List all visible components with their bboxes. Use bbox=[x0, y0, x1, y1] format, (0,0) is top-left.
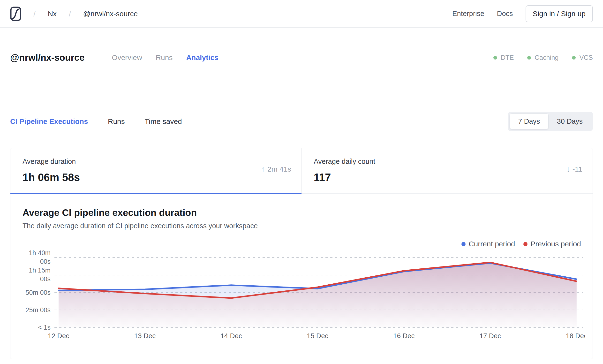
nav-link-enterprise[interactable]: Enterprise bbox=[452, 10, 484, 18]
y-tick-label: 1h 40m bbox=[29, 249, 51, 257]
analytics-tab-runs[interactable]: Runs bbox=[108, 117, 125, 126]
analytics-tab-ci-pipeline-executions[interactable]: CI Pipeline Executions bbox=[10, 117, 88, 126]
x-tick-label: 14 Dec bbox=[220, 332, 242, 340]
nav-actions: EnterpriseDocsSign in / Sign up bbox=[452, 5, 593, 22]
stat-label: Average daily count bbox=[314, 158, 593, 165]
stat-delta-value: -11 bbox=[572, 165, 582, 173]
x-tick-label: 16 Dec bbox=[393, 332, 415, 340]
vertical-divider bbox=[98, 51, 98, 65]
feature-label: DTE bbox=[501, 54, 514, 61]
chart-title: Average CI pipeline execution duration bbox=[23, 207, 585, 218]
legend-item-previous-period[interactable]: Previous period bbox=[523, 240, 581, 248]
breadcrumb-item-nrwl-nx-source[interactable]: @nrwl/nx-source bbox=[83, 10, 138, 18]
stat-label: Average duration bbox=[23, 158, 302, 165]
y-tick-label: 50m 00s bbox=[25, 289, 51, 296]
status-dot-icon bbox=[572, 56, 576, 59]
stat-delta-value: 2m 41s bbox=[267, 165, 291, 173]
stat-card-average-duration[interactable]: Average duration1h 06m 58s↑2m 41s bbox=[11, 148, 302, 194]
chart-subtitle: The daily average duration of CI pipelin… bbox=[23, 222, 585, 230]
analytics-tab-time-saved[interactable]: Time saved bbox=[145, 117, 182, 126]
feature-label: Caching bbox=[534, 54, 558, 61]
x-tick-label: 12 Dec bbox=[48, 332, 70, 340]
top-nav: /Nx/@nrwl/nx-source EnterpriseDocsSign i… bbox=[0, 0, 603, 28]
feature-badge-dte: DTE bbox=[493, 54, 514, 61]
legend-label: Current period bbox=[469, 240, 515, 248]
nx-cloud-logo[interactable] bbox=[10, 6, 21, 21]
nx-logo-icon bbox=[10, 6, 21, 21]
chart-legend: Current periodPrevious period bbox=[23, 240, 585, 248]
stat-value: 117 bbox=[314, 171, 593, 183]
x-tick-label: 18 Dec bbox=[566, 332, 585, 340]
range-toggle: 7 Days30 Days bbox=[508, 112, 593, 131]
legend-dot-icon bbox=[523, 242, 528, 246]
stat-card-average-daily-count[interactable]: Average daily count117↓-11 bbox=[302, 148, 593, 194]
breadcrumb-separator: / bbox=[33, 9, 35, 18]
toggle-option-7-days[interactable]: 7 Days bbox=[510, 114, 548, 129]
series-area-previous-period bbox=[58, 262, 577, 328]
up-arrow-icon: ↑ bbox=[261, 164, 265, 174]
breadcrumb: /Nx/@nrwl/nx-source bbox=[10, 6, 138, 21]
legend-item-current-period[interactable]: Current period bbox=[462, 240, 515, 248]
feature-badges: DTECachingVCS bbox=[493, 54, 593, 61]
x-tick-label: 17 Dec bbox=[480, 332, 501, 340]
legend-dot-icon bbox=[462, 242, 465, 246]
status-dot-icon bbox=[527, 56, 531, 59]
status-dot-icon bbox=[493, 56, 497, 59]
down-arrow-icon: ↓ bbox=[566, 164, 570, 174]
x-tick-label: 13 Dec bbox=[134, 332, 156, 340]
analytics-card: Average duration1h 06m 58s↑2m 41sAverage… bbox=[10, 148, 593, 359]
feature-badge-caching: Caching bbox=[527, 54, 558, 61]
workspace-tabs: OverviewRunsAnalytics bbox=[112, 54, 218, 62]
page-title: @nrwl/nx-source bbox=[10, 53, 84, 63]
active-indicator bbox=[302, 193, 593, 194]
chart-area: Average CI pipeline execution duration T… bbox=[11, 194, 592, 359]
analytics-tabs-row: CI Pipeline ExecutionsRunsTime saved 7 D… bbox=[10, 112, 593, 131]
y-tick-label: 25m 00s bbox=[25, 306, 51, 314]
workspace-header: @nrwl/nx-source OverviewRunsAnalytics DT… bbox=[10, 50, 593, 65]
breadcrumb-item-nx[interactable]: Nx bbox=[48, 10, 57, 18]
duration-chart: 1h 40m00s1h 15m00s50m 00s25m 00s< 1s12 D… bbox=[23, 249, 585, 344]
y-tick-label: 00s bbox=[40, 258, 51, 265]
feature-badge-vcs: VCS bbox=[572, 54, 593, 61]
y-tick-label: 1h 15m bbox=[29, 267, 51, 274]
feature-label: VCS bbox=[579, 54, 593, 61]
workspace-tab-overview[interactable]: Overview bbox=[112, 54, 142, 62]
nav-link-docs[interactable]: Docs bbox=[497, 10, 513, 18]
workspace-tab-analytics[interactable]: Analytics bbox=[186, 54, 218, 62]
y-tick-label: 00s bbox=[40, 275, 51, 283]
signin-button[interactable]: Sign in / Sign up bbox=[526, 5, 593, 22]
legend-label: Previous period bbox=[531, 240, 581, 248]
breadcrumb-separator: / bbox=[69, 9, 71, 18]
active-indicator bbox=[11, 193, 302, 194]
toggle-option-30-days[interactable]: 30 Days bbox=[549, 114, 591, 129]
stat-row: Average duration1h 06m 58s↑2m 41sAverage… bbox=[11, 148, 592, 194]
workspace-tab-runs[interactable]: Runs bbox=[156, 54, 173, 62]
stat-delta: ↓-11 bbox=[566, 164, 582, 174]
y-tick-label: < 1s bbox=[38, 324, 51, 331]
stat-value: 1h 06m 58s bbox=[23, 171, 302, 183]
x-tick-label: 15 Dec bbox=[307, 332, 328, 340]
stat-delta: ↑2m 41s bbox=[261, 164, 291, 174]
analytics-tabs: CI Pipeline ExecutionsRunsTime saved bbox=[10, 117, 182, 126]
